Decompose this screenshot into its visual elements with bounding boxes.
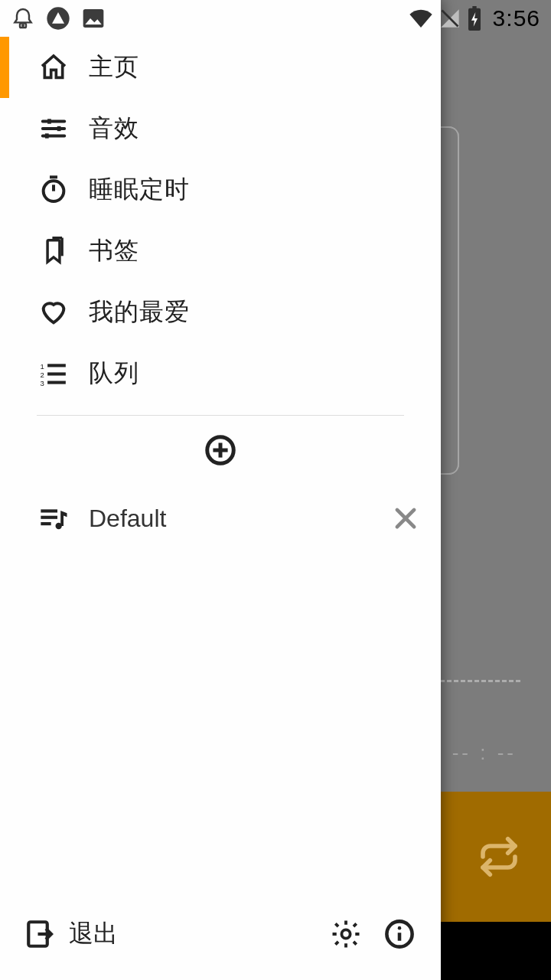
- svg-rect-6: [472, 6, 476, 9]
- svg-rect-8: [47, 119, 51, 123]
- nav-label: 音效: [89, 112, 139, 145]
- album-card-edge: [440, 126, 459, 475]
- exit-button[interactable]: 退出: [24, 917, 312, 951]
- svg-rect-27: [41, 522, 51, 525]
- heart-icon: [37, 296, 70, 329]
- settings-button[interactable]: [326, 914, 366, 954]
- status-left: [11, 6, 106, 31]
- wifi-icon: [409, 7, 433, 30]
- svg-rect-20: [47, 372, 66, 375]
- repeat-icon[interactable]: [478, 835, 520, 878]
- triangle-app-icon: [46, 6, 70, 31]
- playlist-label: Default: [89, 505, 389, 533]
- nav-label: 睡眠定时: [89, 173, 190, 207]
- battery-charging-icon: [467, 6, 482, 31]
- svg-point-1: [22, 25, 24, 27]
- svg-rect-25: [41, 509, 57, 512]
- nav-item-equalizer[interactable]: 音效: [0, 98, 441, 159]
- nav-item-sleep-timer[interactable]: 睡眠定时: [0, 159, 441, 220]
- nav-item-bookmarks[interactable]: 书签: [0, 220, 441, 282]
- bookmarks-icon: [37, 234, 70, 268]
- status-clock: 3:56: [493, 5, 540, 31]
- svg-rect-26: [41, 516, 57, 519]
- numbered-list-icon: 1 2 3: [37, 357, 70, 390]
- nav-label: 主页: [89, 51, 139, 84]
- seek-track[interactable]: [440, 680, 520, 683]
- svg-point-33: [341, 929, 350, 938]
- nav-item-home[interactable]: 主页: [0, 37, 441, 98]
- home-icon: [37, 51, 70, 84]
- nav-list: 主页 音效 睡眠定: [0, 37, 441, 404]
- info-button[interactable]: [380, 914, 419, 954]
- playlist-item-default[interactable]: Default: [0, 485, 441, 552]
- notification-bell-icon: [11, 6, 35, 31]
- sliders-icon: [37, 112, 70, 145]
- nav-label: 书签: [89, 234, 139, 268]
- status-bar: 3:56: [0, 0, 551, 37]
- playlist-icon: [37, 501, 70, 535]
- nav-label: 队列: [89, 357, 139, 390]
- svg-rect-12: [45, 133, 49, 138]
- add-playlist-button[interactable]: [0, 416, 441, 485]
- no-sim-icon: [439, 7, 461, 30]
- svg-rect-29: [60, 514, 64, 526]
- svg-rect-21: [47, 381, 66, 384]
- exit-icon: [24, 918, 57, 950]
- svg-rect-10: [57, 126, 61, 131]
- svg-rect-19: [47, 364, 66, 367]
- stopwatch-icon: [37, 173, 70, 207]
- exit-label: 退出: [69, 917, 118, 951]
- svg-text:3: 3: [41, 379, 44, 387]
- player-controls-bar: [440, 792, 551, 922]
- svg-point-36: [398, 926, 402, 930]
- svg-rect-3: [83, 9, 104, 28]
- track-duration: -- : --: [452, 741, 517, 765]
- delete-playlist-button[interactable]: [389, 501, 422, 535]
- nav-label: 我的最爱: [89, 296, 190, 329]
- status-right: 3:56: [409, 5, 540, 31]
- nav-item-favorites[interactable]: 我的最爱: [0, 282, 441, 343]
- navigation-drawer: 主页 音效 睡眠定: [0, 0, 441, 980]
- drawer-content: 主页 音效 睡眠定: [0, 0, 441, 896]
- svg-text:2: 2: [41, 371, 44, 379]
- svg-text:1: 1: [41, 362, 44, 371]
- image-app-icon: [81, 6, 106, 31]
- nav-item-queue[interactable]: 1 2 3 队列: [0, 343, 441, 404]
- plus-circle-icon: [203, 433, 238, 468]
- drawer-footer: 退出: [0, 896, 441, 980]
